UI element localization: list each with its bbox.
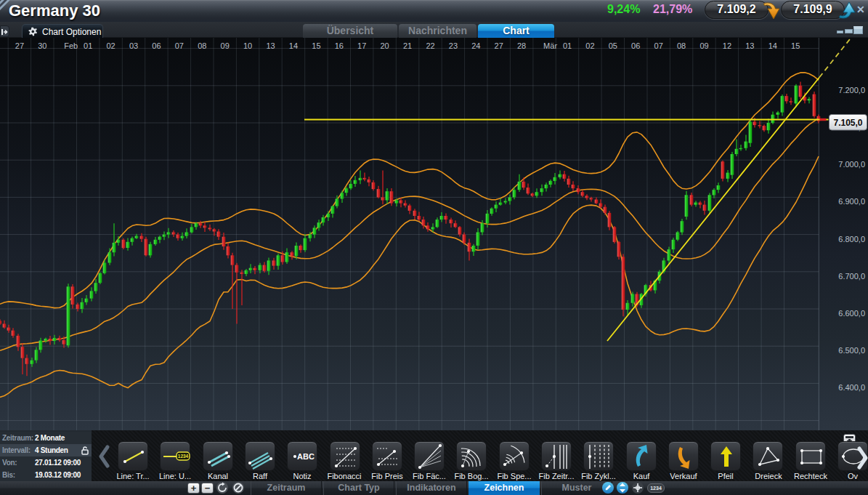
svg-text:6.800,0: 6.800,0 xyxy=(838,235,865,244)
svg-text:17: 17 xyxy=(357,41,366,50)
svg-text:22: 22 xyxy=(426,41,434,50)
svg-text:30: 30 xyxy=(38,41,46,50)
svg-text:13: 13 xyxy=(745,41,754,50)
svg-text:6.900,0: 6.900,0 xyxy=(838,197,865,206)
svg-text:27: 27 xyxy=(15,41,24,50)
svg-text:09: 09 xyxy=(699,41,708,50)
svg-text:24: 24 xyxy=(471,41,480,50)
svg-text:02: 02 xyxy=(585,41,594,50)
svg-text:13: 13 xyxy=(266,41,275,50)
svg-text:10: 10 xyxy=(243,41,252,50)
svg-text:05: 05 xyxy=(609,41,617,50)
svg-text:7.000,0: 7.000,0 xyxy=(838,160,865,169)
svg-text:Feb: Feb xyxy=(64,41,78,50)
svg-text:14: 14 xyxy=(289,41,298,50)
svg-text:08: 08 xyxy=(677,41,686,50)
svg-text:ABC: ABC xyxy=(297,452,315,461)
svg-text:07: 07 xyxy=(654,41,663,50)
svg-text:06: 06 xyxy=(631,41,640,50)
svg-text:Mär: Mär xyxy=(543,41,557,50)
svg-text:21: 21 xyxy=(403,41,412,50)
svg-text:06: 06 xyxy=(152,41,161,50)
svg-text:09: 09 xyxy=(221,41,230,50)
svg-text:01: 01 xyxy=(563,41,572,50)
svg-text:27: 27 xyxy=(495,41,503,50)
svg-text:03: 03 xyxy=(129,41,138,50)
svg-text:6.400,0: 6.400,0 xyxy=(838,383,865,392)
svg-text:08: 08 xyxy=(198,41,206,50)
svg-text:12: 12 xyxy=(723,41,731,50)
svg-text:20: 20 xyxy=(380,41,389,50)
svg-text:16: 16 xyxy=(335,41,344,50)
svg-text:7.105,0: 7.105,0 xyxy=(833,118,862,128)
svg-text:6.600,0: 6.600,0 xyxy=(838,309,865,318)
svg-text:15: 15 xyxy=(312,41,320,50)
svg-text:07: 07 xyxy=(175,41,184,50)
svg-text:02: 02 xyxy=(106,41,115,50)
svg-text:6.500,0: 6.500,0 xyxy=(838,346,865,355)
svg-text:14: 14 xyxy=(768,41,777,50)
svg-text:01: 01 xyxy=(84,41,92,50)
svg-text:6.700,0: 6.700,0 xyxy=(838,272,865,281)
svg-text:28: 28 xyxy=(517,41,526,50)
svg-text:7.200,0: 7.200,0 xyxy=(838,86,865,94)
svg-text:15: 15 xyxy=(791,41,800,50)
svg-text:23: 23 xyxy=(449,41,458,50)
svg-text:1234: 1234 xyxy=(178,454,189,459)
